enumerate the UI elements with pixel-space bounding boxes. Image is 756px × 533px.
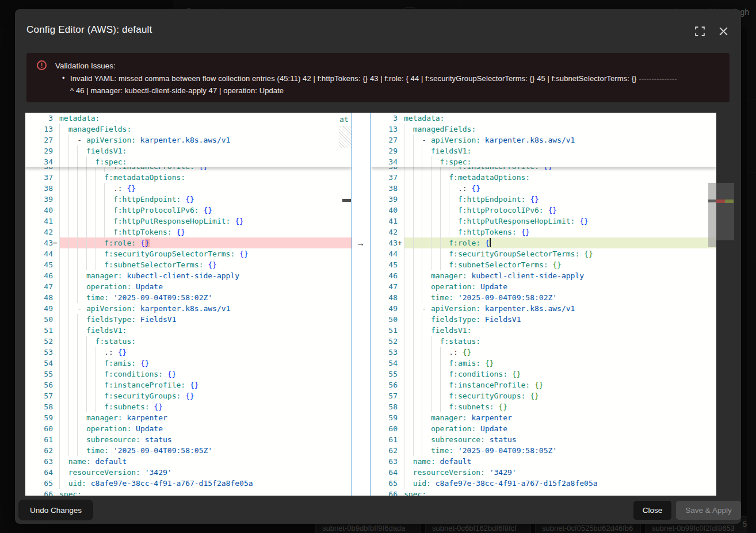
code-line-54[interactable]: 54f:amis: {}	[371, 358, 716, 369]
code-line-58[interactable]: 58f:subnets: {}	[25, 401, 352, 412]
code-line-41[interactable]: 41f:httpPutResponseHopLimit: {}	[371, 216, 716, 227]
code-line-39[interactable]: 39f:httpEndpoint: {}	[25, 194, 352, 205]
code-line-40[interactable]: 40f:httpProtocolIPv6: {}	[371, 205, 716, 216]
sticky-line-13[interactable]: 13managedFields:	[371, 124, 716, 135]
code-line-45[interactable]: 45f:subnetSelectorTerms: {}	[371, 259, 716, 270]
code-line-42[interactable]: 42f:httpTokens: {}	[25, 227, 352, 237]
code-line-64[interactable]: 64resourceVersion: '3429'	[25, 467, 352, 478]
code-line-38[interactable]: 38.: {}	[371, 183, 716, 194]
sticky-line-34[interactable]: 34f:spec:	[371, 156, 716, 167]
code-line-36[interactable]: 36f:instanceProfile: {}	[25, 167, 352, 172]
code-line-52[interactable]: 52f:status:	[25, 336, 352, 347]
line-number: 56	[371, 379, 398, 390]
code-line-38[interactable]: 38.: {}	[25, 183, 352, 194]
code-line-55[interactable]: 55f:conditions: {}	[25, 369, 352, 379]
code-line-37[interactable]: 37f:metadataOptions:	[25, 172, 352, 183]
revert-change-arrow[interactable]: →	[356, 237, 365, 248]
code-line-54[interactable]: 54f:amis: {}	[25, 358, 352, 369]
code-line-47[interactable]: 47operation: Update	[371, 281, 716, 292]
code-line-48[interactable]: 48time: '2025-09-04T09:58:02Z'	[371, 292, 716, 303]
code-line-50[interactable]: 50fieldsType: FieldsV1	[371, 314, 716, 325]
sticky-line-27[interactable]: 27- apiVersion: karpenter.k8s.aws/v1	[25, 135, 352, 145]
code-line-55[interactable]: 55f:conditions: {}	[371, 369, 716, 379]
code-line-65[interactable]: 65uid: c8afe97e-38cc-4f91-a767-d15f2a8fe…	[25, 478, 352, 489]
code-line-62[interactable]: 62time: '2025-09-04T09:58:05Z'	[25, 445, 352, 456]
code-line-47[interactable]: 47operation: Update	[25, 281, 352, 292]
code-line-40[interactable]: 40f:httpProtocolIPv6: {}	[25, 205, 352, 216]
code-line-39[interactable]: 39f:httpEndpoint: {}	[371, 194, 716, 205]
code-line-49[interactable]: 49- apiVersion: karpenter.k8s.aws/v1	[371, 303, 716, 314]
code-line-42[interactable]: 42f:httpTokens: {}	[371, 227, 716, 237]
code-line-60[interactable]: 60operation: Update	[371, 423, 716, 434]
line-number: 49	[371, 303, 398, 314]
diff-marker	[398, 456, 404, 467]
code-line-37[interactable]: 37f:metadataOptions:	[371, 172, 716, 183]
code-line-63[interactable]: 63name: default	[371, 456, 716, 467]
sticky-line-3[interactable]: 3metadata:	[371, 113, 716, 124]
undo-changes-button[interactable]: Undo Changes	[18, 500, 93, 520]
diff-marker	[398, 390, 404, 401]
code-line-44[interactable]: 44f:securityGroupSelectorTerms: {}	[25, 248, 352, 259]
code-line-61[interactable]: 61subresource: status	[371, 434, 716, 445]
code-line-59[interactable]: 59manager: karpenter	[25, 412, 352, 423]
save-apply-button[interactable]: Save & Apply	[676, 501, 741, 520]
code-line-53[interactable]: 53.: {}	[371, 347, 716, 358]
sticky-line-29[interactable]: 29fieldsV1:	[371, 145, 716, 156]
sticky-line-13[interactable]: 13managedFields:	[25, 124, 352, 135]
code-line-46[interactable]: 46manager: kubectl-client-side-apply	[371, 270, 716, 281]
line-number: 58	[371, 401, 398, 412]
code-line-43[interactable]: 43−f:role: {}	[25, 237, 352, 248]
line-number: 55	[371, 369, 398, 379]
code-line-60[interactable]: 60operation: Update	[25, 423, 352, 434]
close-button[interactable]: Close	[633, 501, 671, 520]
line-number: 57	[25, 390, 53, 401]
code-line-48[interactable]: 48time: '2025-09-04T09:58:02Z'	[25, 292, 352, 303]
sticky-line-34[interactable]: 34f:spec:	[25, 156, 352, 167]
modified-editor-pane[interactable]: 36f:instanceProfile: {}37f:metadataOptio…	[371, 113, 716, 496]
diff-marker	[53, 369, 59, 379]
code-line-58[interactable]: 58f:subnets: {}	[371, 401, 716, 412]
code-line-59[interactable]: 59manager: karpenter	[371, 412, 716, 423]
code-line-62[interactable]: 62time: '2025-09-04T09:58:05Z'	[371, 445, 716, 456]
code-line-50[interactable]: 50fieldsType: FieldsV1	[25, 314, 352, 325]
diff-marker	[398, 423, 404, 434]
code-line-66[interactable]: 66spec:	[371, 489, 716, 496]
diff-marker	[398, 145, 404, 156]
validation-message-line2: ^ 46 | manager: kubectl-client-side-appl…	[70, 86, 284, 95]
code-line-49[interactable]: 49- apiVersion: karpenter.k8s.aws/v1	[25, 303, 352, 314]
line-number: 56	[25, 379, 53, 390]
diff-marker	[398, 412, 404, 423]
diff-overview-ruler[interactable]	[716, 113, 734, 496]
line-number: 54	[371, 358, 398, 369]
code-line-45[interactable]: 45f:subnetSelectorTerms: {}	[25, 259, 352, 270]
code-line-57[interactable]: 57f:securityGroups: {}	[371, 390, 716, 401]
code-line-46[interactable]: 46manager: kubectl-client-side-apply	[25, 270, 352, 281]
diff-sash[interactable]: →	[352, 113, 371, 496]
code-line-43[interactable]: 43+f:role: {	[371, 237, 716, 248]
code-line-65[interactable]: 65uid: c8afe97e-38cc-4f91-a767-d15f2a8fe…	[371, 478, 716, 489]
sticky-line-3[interactable]: 3metadata:	[25, 113, 352, 124]
code-line-53[interactable]: 53.: {}	[25, 347, 352, 358]
code-line-56[interactable]: 56f:instanceProfile: {}	[371, 379, 716, 390]
line-number: 54	[25, 358, 53, 369]
line-number: 61	[25, 434, 53, 445]
overview-ruler-slider[interactable]	[716, 183, 734, 240]
code-line-66[interactable]: 66spec:	[25, 489, 352, 496]
code-line-52[interactable]: 52f:status:	[371, 336, 716, 347]
code-line-64[interactable]: 64resourceVersion: '3429'	[371, 467, 716, 478]
code-line-44[interactable]: 44f:securityGroupSelectorTerms: {}	[371, 248, 716, 259]
code-line-57[interactable]: 57f:securityGroups: {}	[25, 390, 352, 401]
vertical-scrollbar[interactable]	[708, 183, 716, 247]
code-line-63[interactable]: 63name: default	[25, 456, 352, 467]
code-line-56[interactable]: 56f:instanceProfile: {}	[25, 379, 352, 390]
code-line-36[interactable]: 36f:instanceProfile: {}	[371, 167, 716, 172]
code-line-41[interactable]: 41f:httpPutResponseHopLimit: {}	[25, 216, 352, 227]
sticky-line-29[interactable]: 29fieldsV1:	[25, 145, 352, 156]
code-line-61[interactable]: 61subresource: status	[25, 434, 352, 445]
sticky-line-27[interactable]: 27- apiVersion: karpenter.k8s.aws/v1	[371, 135, 716, 145]
code-line-51[interactable]: 51fieldsV1:	[371, 325, 716, 336]
fullscreen-button[interactable]	[693, 24, 707, 38]
code-line-51[interactable]: 51fieldsV1:	[25, 325, 352, 336]
close-icon[interactable]	[716, 24, 730, 38]
original-editor-pane[interactable]: 36f:instanceProfile: {}37f:metadataOptio…	[25, 113, 352, 496]
